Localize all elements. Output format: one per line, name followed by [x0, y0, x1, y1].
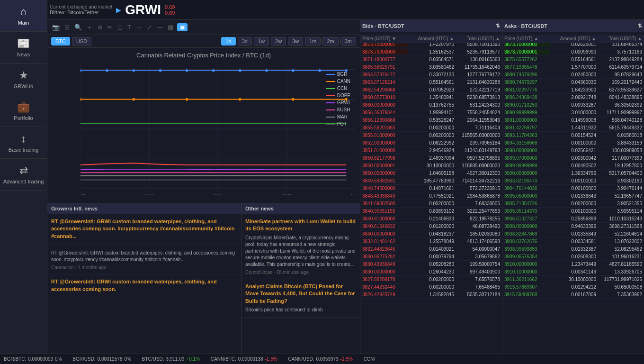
ask-row[interactable]: 3899.99999999 0.00490502 19.12957800 [502, 162, 644, 170]
text-icon[interactable]: T [126, 23, 132, 32]
bid-row[interactable]: 3849.59382591 185.47783990 714014.347322… [360, 177, 502, 185]
ask-row[interactable]: 3886.24369438 2.06921748 8041.48338895 [502, 94, 644, 101]
ask-row[interactable]: 3881.02297776 1.64233900 6373.95339627 [502, 86, 644, 94]
bid-row[interactable]: 3832.44823645 0.01409021 54.00000047 [360, 246, 502, 253]
ask-row[interactable]: 3891.42769797 1.44311932 5615.79449332 [502, 124, 644, 132]
bids-scroll-icon[interactable]: ⇅ [496, 23, 500, 29]
tf-2m[interactable]: 2m [322, 37, 338, 46]
tf-2w[interactable]: 2w [271, 37, 286, 46]
bid-row[interactable]: 3851.01000000 2.94546924 11343.03149793 [360, 147, 502, 155]
ask-row[interactable]: 3890.01710250 0.00933287 36.30502392 [502, 101, 644, 109]
bar-icon[interactable]: ▦ [167, 23, 174, 32]
shapes-icon[interactable]: ◻ [116, 23, 124, 32]
sidebar-item-news[interactable]: 📰 News [0, 32, 47, 64]
bid-row[interactable]: 3848.43936849 0.77551921 2984.53865878 [360, 192, 502, 200]
ask-row[interactable]: 3908.99599859 0.01332387 52.08295452 [502, 246, 644, 253]
plus-icon[interactable]: ＋ [86, 22, 94, 33]
bid-row[interactable]: 3850.00000000 1.04605198 4027.30012300 [360, 170, 502, 177]
ask-row[interactable]: 3906.51327327 0.25856898 1010.10315243 [502, 215, 644, 223]
ask-row[interactable]: 3894.33158668 0.00100000 3.89433159 [502, 139, 644, 147]
ask-row[interactable]: 3900.00000000 1.36334796 5317.05704400 [502, 170, 644, 177]
grid-icon[interactable]: ⊞ [63, 23, 71, 32]
crosshair-icon[interactable]: ⊕ [97, 23, 104, 32]
bid-total: 199.50000754 [454, 262, 500, 267]
bid-row[interactable]: 3855.58201865 0.00200000 7.71116404 [360, 124, 502, 132]
ask-row[interactable]: 3915.59489768 0.00187809 7.35383962 [502, 291, 644, 299]
ask-row[interactable]: 3877.19365478 1.57707000 6114.60579714 [502, 64, 644, 71]
ask-row[interactable]: 3910.10000000 0.00341149 13.33926705 [502, 268, 644, 276]
bid-amount: 2.94546924 [408, 148, 454, 153]
ask-row[interactable]: 3905.21354726 0.00200000 3.90521355 [502, 200, 644, 208]
ask-row[interactable]: 3913.57869307 0.01294212 50.65000508 [502, 283, 644, 291]
ask-row[interactable]: 3908.00000000 0.94633396 3698.27311568 [502, 223, 644, 230]
bid-row[interactable]: 3860.82773010 1.35480941 5230.68573913 [360, 94, 502, 101]
ask-row[interactable]: 3904.76144036 0.00100000 3.90476144 [502, 185, 644, 192]
expand-icon[interactable]: ⤢ [146, 23, 153, 32]
ask-price: 3910.00000000 [504, 262, 550, 267]
bid-row[interactable]: 3840.61540832 0.01200000 46.08738490 [360, 223, 502, 230]
ask-row[interactable]: 3875.65577262 0.55164561 2137.98849284 [502, 56, 644, 64]
bid-row[interactable]: 3840.00000000 0.04818237 185.02030080 [360, 230, 502, 238]
tf-3w[interactable]: 3w [288, 37, 303, 46]
ask-row[interactable]: 3893.11704263 0.00154524 6.01580018 [502, 132, 644, 139]
active-tool[interactable]: ▣ [177, 23, 188, 31]
currency-usd[interactable]: USD [72, 37, 91, 46]
line-icon[interactable]: — [156, 23, 164, 32]
bid-row[interactable]: 3826.42925749 1.31592845 5035.30712184 [360, 291, 502, 299]
sidebar-item-basic-trading[interactable]: ↕ Basic trading [0, 127, 47, 159]
sidebar-item-grwi[interactable]: ★ GRWI.io [0, 64, 47, 95]
bid-row[interactable]: 3852.00000000 0.06222992 239.70965184 [360, 139, 502, 147]
tf-3d[interactable]: 3d [238, 37, 252, 46]
bid-row[interactable]: 3827.88289178 0.00200000 7.65576578 [360, 276, 502, 283]
tf-1d[interactable]: 1d [221, 37, 235, 46]
bid-row[interactable]: 3871.48000777 0.03564571 138.00165363 [360, 56, 502, 64]
bid-row[interactable]: 3830.43936849 0.05208280 199.50000754 [360, 261, 502, 268]
bid-row[interactable]: 3827.44232440 0.00200000 7.65488465 [360, 283, 502, 291]
tf-3m[interactable]: 3m [340, 37, 356, 46]
bid-row[interactable]: 3840.81000000 0.21406833 822.19578255 [360, 215, 502, 223]
ask-row[interactable]: 3898.00000000 0.02566421 100.03909058 [502, 147, 644, 155]
bid-row[interactable]: 3860.00000000 0.13762755 531.24234300 [360, 101, 502, 109]
bid-row[interactable]: 3873.70000000 1.35162537 5235.79119577 [360, 48, 502, 56]
measure-icon[interactable]: ↔ [135, 23, 143, 32]
bid-row[interactable]: 3832.81481462 1.25578049 4813.17406598 [360, 238, 502, 246]
sidebar-item-portfolio[interactable]: 💼 Portfolio [0, 95, 47, 127]
bid-row[interactable]: 3863.07126214 0.55164561 2131.04630288 [360, 79, 502, 86]
ask-row[interactable]: 3873.70000001 0.00096990 3.75710163 [502, 48, 644, 56]
bid-row[interactable]: 3850.82177998 2.46937094 9507.52798895 [360, 155, 502, 162]
asks-scroll-icon[interactable]: ⇅ [638, 23, 642, 29]
sidebar-item-advanced-trading[interactable]: ⇄ Advanced trading [0, 159, 47, 191]
ask-row[interactable]: 3880.74679297 0.04360030 169.20172440 [502, 79, 644, 86]
ask-row[interactable]: 3899.97000000 0.00300042 117.00077399 [502, 155, 644, 162]
ask-row[interactable]: 3890.99999999 3.01000000 11711.90999997 [502, 109, 644, 117]
bid-row[interactable]: 3850.00000001 30.10000000 115885.0000003… [360, 162, 502, 170]
bid-row[interactable]: 3856.12390868 0.53528247 2064.11553046 [360, 117, 502, 124]
tf-1w[interactable]: 1w [254, 37, 269, 46]
ask-row[interactable]: 3905.95114370 0.00100000 3.90595114 [502, 208, 644, 215]
ask-row[interactable]: 3905.05000000 0.01336643 52.19657747 [502, 192, 644, 200]
bid-row[interactable]: 3840.90551155 0.83893102 3222.25477853 [360, 208, 502, 215]
draw-icon[interactable]: ✏ [107, 23, 114, 32]
ask-row[interactable]: 3911.36211662 30.10000000 117731.9997102… [502, 276, 644, 283]
bid-row[interactable]: 3856.36379344 1.95994101 7558.24554824 [360, 109, 502, 117]
bid-row[interactable]: 3855.01000000 0.00200000 115565.03000000 [360, 132, 502, 139]
bid-row[interactable]: 3830.86275282 0.00079794 3.05679862 [360, 253, 502, 261]
ask-row[interactable]: 3908.82847869 0.01335849 52.21604614 [502, 230, 644, 238]
ask-row[interactable]: 3908.83762676 0.00334581 13.07822802 [502, 238, 644, 246]
bid-row[interactable]: 3863.57876472 0.33072130 1277.76779172 [360, 71, 502, 79]
ask-row[interactable]: 3880.74679296 0.02450000 95.07829643 [502, 71, 644, 79]
bid-row[interactable]: 3848.74500000 0.14871661 572.37230915 [360, 185, 502, 192]
bid-row[interactable]: 3862.54290868 0.07052923 272.42217719 [360, 86, 502, 94]
sidebar-item-main[interactable]: ⌂ Main [0, 0, 47, 32]
ask-row[interactable]: 3910.00000000 1.23473449 4827.81185590 [502, 261, 644, 268]
bid-row[interactable]: 3830.00000000 0.26044230 997.49400900 [360, 268, 502, 276]
bid-row[interactable]: 3865.58625791 3.03580462 11735.16462046 [360, 64, 502, 71]
currency-btc[interactable]: BTC [51, 37, 70, 46]
ask-row[interactable]: 3891.00000000 0.14599008 568.04740128 [502, 117, 644, 124]
ask-row[interactable]: 3909.06576354 0.02608300 101.96016231 [502, 253, 644, 261]
zoom-icon[interactable]: 🔍 [73, 23, 83, 32]
tf-1m[interactable]: 1m [305, 37, 321, 46]
camera-icon[interactable]: 📷 [51, 23, 61, 32]
ask-row[interactable]: 3903.02190470 0.00100000 3.90302190 [502, 177, 644, 185]
bid-row[interactable]: 3841.69002500 0.00200000 7.68338005 [360, 200, 502, 208]
